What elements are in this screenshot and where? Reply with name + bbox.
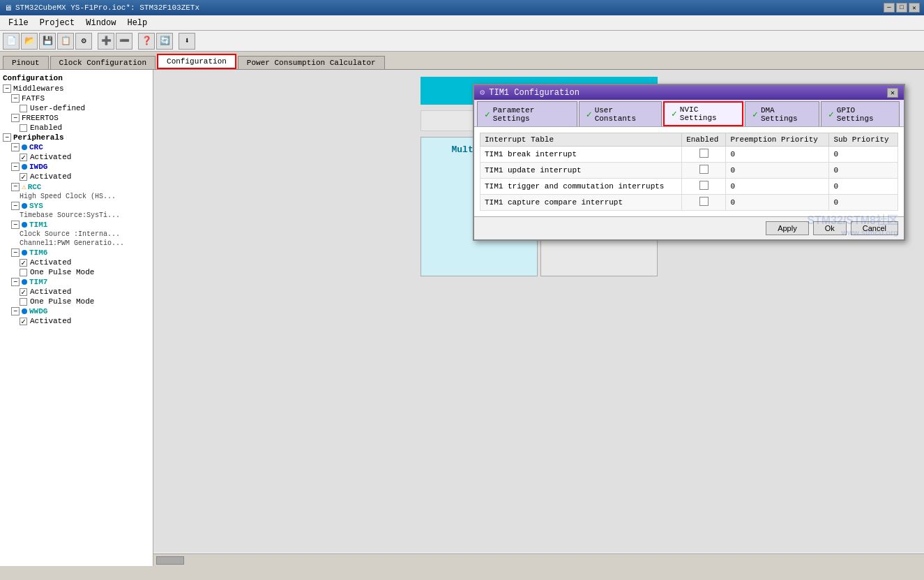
wwdg-activated-node[interactable]: ✓ Activated	[3, 316, 150, 326]
wwdg-activated-checkbox[interactable]: ✓	[20, 318, 27, 325]
tim7-one-pulse-node[interactable]: One Pulse Mode	[3, 297, 150, 306]
freertos-expand[interactable]: −	[11, 114, 20, 122]
enabled-label: Enabled	[30, 124, 62, 132]
user-defined-node[interactable]: User-defined	[3, 103, 150, 113]
wwdg-node[interactable]: − WWDG	[3, 306, 150, 316]
crc-node[interactable]: − CRC	[3, 142, 150, 152]
tim7-one-pulse-checkbox[interactable]	[20, 298, 27, 306]
interrupt-enabled[interactable]	[682, 195, 726, 211]
tab-user-constants[interactable]: ✓ User Constants	[579, 101, 662, 126]
tim1-node[interactable]: − TIM1	[3, 220, 150, 230]
bottom-scrollbar[interactable]	[153, 553, 924, 566]
tim7-node[interactable]: − TIM7	[3, 277, 150, 287]
sys-timebase-node[interactable]: Timebase Source:SysTi...	[3, 211, 150, 220]
sys-expand[interactable]: −	[11, 202, 20, 210]
toolbar-help[interactable]: ❓	[138, 33, 155, 50]
tim1-channel-label: Channel1:PWM Generatio...	[20, 239, 124, 247]
interrupt-row: TIM1 capture compare interrupt 0 0	[480, 195, 898, 211]
tab-bar: Pinout Clock Configuration Configuration…	[0, 52, 924, 70]
middlewares-node[interactable]: − Middlewares	[3, 84, 150, 94]
tab-gpio-settings[interactable]: ✓ GPIO Settings	[821, 101, 900, 126]
crc-expand[interactable]: −	[11, 143, 20, 151]
toolbar-refresh[interactable]: 🔄	[156, 33, 173, 50]
tim7-expand[interactable]: −	[11, 278, 20, 286]
rcc-node[interactable]: − ⚠ RCC	[3, 181, 150, 192]
iwdg-activated-node[interactable]: ✓ Activated	[3, 172, 150, 181]
wwdg-expand[interactable]: −	[11, 307, 20, 315]
toolbar-add[interactable]: ➕	[98, 33, 114, 50]
toolbar-download[interactable]: ⬇	[179, 33, 195, 50]
menu-file[interactable]: File	[3, 17, 34, 29]
menu-window[interactable]: Window	[80, 17, 121, 29]
interrupt-enabled[interactable]	[682, 179, 726, 195]
tim6-one-pulse-node[interactable]: One Pulse Mode	[3, 267, 150, 277]
tim6-one-pulse-checkbox[interactable]	[20, 269, 27, 276]
tim1-clock-node[interactable]: Clock Source :Interna...	[3, 230, 150, 239]
tab-configuration[interactable]: Configuration	[157, 54, 236, 69]
tab-dma-settings[interactable]: ✓ DMA Settings	[745, 101, 819, 126]
peripherals-expand[interactable]: −	[3, 133, 11, 142]
enabled-checkbox-1[interactable]	[699, 165, 709, 174]
toolbar-remove[interactable]: ➖	[116, 33, 132, 50]
crc-activated-node[interactable]: ✓ Activated	[3, 152, 150, 162]
middlewares-expand[interactable]: −	[3, 84, 11, 93]
tim7-activated-node[interactable]: ✓ Activated	[3, 287, 150, 297]
toolbar-saveas[interactable]: 📋	[57, 33, 74, 50]
fatfs-expand[interactable]: −	[11, 94, 20, 103]
tab-nvic-settings[interactable]: ✓ NVIC Settings	[663, 101, 743, 126]
enabled-node[interactable]: Enabled	[3, 123, 150, 133]
wwdg-dot	[22, 308, 27, 314]
toolbar-new[interactable]: 📄	[3, 33, 20, 50]
tab-power[interactable]: Power Consumption Calculator	[238, 56, 385, 69]
interrupt-row: TIM1 trigger and commutation interrupts …	[480, 179, 898, 195]
interrupt-name: TIM1 break interrupt	[480, 147, 682, 163]
peripherals-node[interactable]: − Peripherals	[3, 133, 150, 142]
rcc-expand[interactable]: −	[11, 183, 20, 191]
tim6-activated-checkbox[interactable]: ✓	[20, 259, 27, 267]
interrupt-enabled[interactable]	[682, 163, 726, 179]
interrupt-preemption: 0	[726, 147, 829, 163]
menu-project[interactable]: Project	[34, 17, 80, 29]
tim6-node[interactable]: − TIM6	[3, 248, 150, 258]
tab-clock[interactable]: Clock Configuration	[50, 56, 156, 69]
user-defined-checkbox[interactable]	[20, 105, 27, 112]
crc-dot	[22, 144, 27, 150]
iwdg-node[interactable]: − IWDG	[3, 162, 150, 172]
toolbar-generate[interactable]: ⚙	[75, 33, 92, 50]
tab-dma-check: ✓	[752, 109, 758, 120]
toolbar-save[interactable]: 💾	[39, 33, 56, 50]
tim1-channel-node[interactable]: Channel1:PWM Generatio...	[3, 239, 150, 248]
left-panel: Configuration − Middlewares − FATFS User…	[0, 70, 153, 566]
toolbar-open[interactable]: 📂	[21, 33, 38, 50]
freertos-node[interactable]: − FREERTOS	[3, 113, 150, 123]
iwdg-expand[interactable]: −	[11, 163, 20, 171]
maximize-button[interactable]: □	[896, 3, 907, 13]
tim6-expand[interactable]: −	[11, 248, 20, 257]
sys-node[interactable]: − SYS	[3, 201, 150, 211]
tim1-expand[interactable]: −	[11, 221, 20, 229]
tim7-activated-checkbox[interactable]: ✓	[20, 288, 27, 296]
enabled-checkbox-2[interactable]	[699, 181, 709, 190]
wwdg-activated-label: Activated	[30, 317, 71, 325]
tim6-activated-node[interactable]: ✓ Activated	[3, 258, 150, 267]
dialog-close-button[interactable]: ✕	[887, 88, 898, 98]
rcc-hsc-node[interactable]: High Speed Clock (HS...	[3, 192, 150, 201]
window-title: STM32CubeMX YS-F1Pro.ioc*: STM32F103ZETx	[15, 3, 199, 12]
crc-activated-checkbox[interactable]: ✓	[20, 154, 27, 161]
enabled-checkbox[interactable]	[20, 124, 27, 132]
minimize-button[interactable]: ─	[884, 3, 895, 13]
menu-help[interactable]: Help	[121, 17, 153, 29]
interrupt-enabled[interactable]	[682, 147, 726, 163]
iwdg-activated-checkbox[interactable]: ✓	[20, 173, 27, 181]
tab-gpio-check: ✓	[828, 109, 834, 120]
scroll-thumb[interactable]	[156, 556, 184, 565]
enabled-checkbox-3[interactable]	[699, 197, 709, 206]
tab-pinout[interactable]: Pinout	[3, 56, 49, 69]
watermark-text2: www.stmcu.org	[807, 228, 898, 237]
close-button[interactable]: ✕	[909, 3, 920, 13]
dialog-title-icon: ⚙	[480, 87, 485, 98]
fatfs-node[interactable]: − FATFS	[3, 94, 150, 103]
apply-button[interactable]: Apply	[766, 221, 809, 235]
tab-parameter-settings[interactable]: ✓ Parameter Settings	[477, 101, 577, 126]
enabled-checkbox-0[interactable]	[699, 149, 709, 158]
